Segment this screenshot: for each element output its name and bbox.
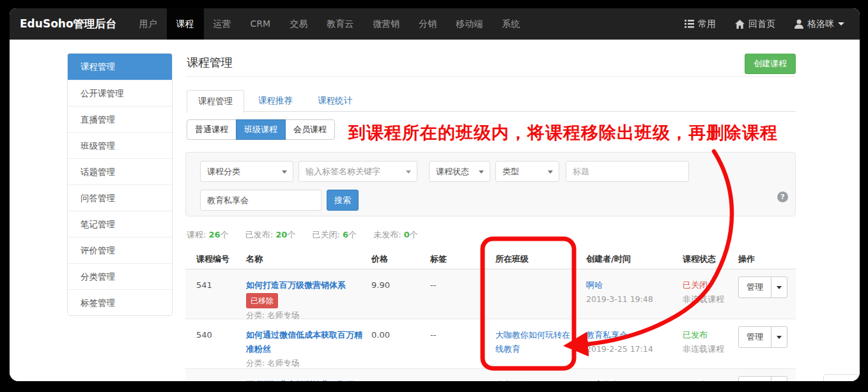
title-input[interactable]: [566, 161, 689, 182]
nav-item-system[interactable]: 系统: [492, 8, 529, 40]
create-time: 2019-2-25 17:14: [586, 344, 653, 354]
nav-item-crm[interactable]: CRM: [241, 8, 281, 40]
sidebar-item-open-course[interactable]: 公开课管理: [68, 80, 172, 106]
tab-course-recommend[interactable]: 课程推荐: [247, 90, 304, 112]
cell-classroom: 大咖教你如何玩转在线教育: [495, 319, 571, 356]
cell-course-id: 539: [196, 369, 212, 381]
floating-widget[interactable]: [823, 374, 860, 381]
help-icon[interactable]: ?: [777, 192, 788, 202]
cell-tags: --: [430, 319, 436, 342]
type-button-classroom[interactable]: 班级课程: [236, 119, 286, 140]
manage-button-label[interactable]: 管理: [739, 377, 771, 381]
category-select[interactable]: 课程分类: [200, 161, 293, 182]
nav-item-users[interactable]: 用户: [130, 8, 167, 40]
manage-split-button[interactable]: 管理: [738, 376, 787, 381]
course-category: 分类: 名师专场: [246, 310, 299, 320]
nav-item-courses[interactable]: 课程: [167, 8, 204, 40]
cell-creator-time: 教育私享会 2019-2-25 17:14: [586, 319, 676, 356]
course-name-link[interactable]: 互联网运营实操训练营三期课: [246, 380, 354, 381]
nav-item-operations[interactable]: 运营: [204, 8, 241, 40]
keyword-input[interactable]: [200, 190, 322, 211]
cell-action: 管理: [738, 319, 796, 348]
stat-closed: 已关闭: 6个: [313, 230, 357, 239]
header-action: 操作: [738, 249, 796, 269]
caret-down-icon: [777, 336, 782, 339]
brand-logo[interactable]: EduSoho管理后台: [10, 8, 125, 40]
user-icon: [794, 19, 803, 29]
classroom-link[interactable]: 大咖教你如何玩转在线教育: [495, 330, 570, 354]
tab-course-management[interactable]: 课程管理: [187, 90, 244, 113]
stat-unpublished: 未发布: 0个: [373, 230, 418, 239]
sidebar-item-tag[interactable]: 标签管理: [68, 289, 172, 315]
cell-course-id: 541: [196, 269, 212, 292]
sidebar-item-category[interactable]: 分类管理: [68, 263, 172, 289]
user-menu[interactable]: 格洛咪: [794, 19, 844, 30]
manage-dropdown-toggle[interactable]: [771, 377, 787, 381]
cell-price: 9.90: [371, 269, 390, 292]
home-link[interactable]: 回首页: [735, 19, 775, 30]
tag-select[interactable]: 输入标签名称关键字: [298, 161, 417, 182]
cell-status: 已关闭 非连载课程: [683, 269, 724, 306]
category-select-value: 课程分类: [207, 167, 240, 176]
nav-menu: 用户 课程 运营 CRM 交易 教育云 微营销 分销 移动端 系统: [130, 8, 530, 40]
manage-split-button[interactable]: 管理: [738, 326, 787, 348]
stat-total: 课程: 26个: [187, 230, 229, 239]
status-text: 已发布: [683, 330, 708, 340]
cell-classroom: [495, 269, 571, 278]
sidebar-item-topic[interactable]: 话题管理: [68, 158, 172, 185]
cell-course-id: 540: [196, 319, 212, 342]
cell-action: 管理: [738, 369, 796, 381]
page-title: 课程管理: [187, 55, 233, 70]
search-button[interactable]: 搜索: [327, 190, 359, 211]
create-course-button[interactable]: 创建课程: [745, 54, 796, 74]
nav-item-distribution[interactable]: 分销: [409, 8, 446, 40]
tab-bar: 课程管理 课程推荐 课程统计: [187, 89, 796, 112]
creator-link[interactable]: 啊哈: [586, 280, 603, 290]
course-name-link[interactable]: 如何通过微信低成本获取百万精准粉丝: [246, 330, 362, 354]
sidebar-item-live[interactable]: 直播管理: [68, 106, 172, 132]
nav-item-trade[interactable]: 交易: [280, 8, 317, 40]
sidebar-item-classroom[interactable]: 班级管理: [68, 132, 172, 158]
nav-item-edu-cloud[interactable]: 教育云: [317, 8, 363, 40]
manage-dropdown-toggle[interactable]: [771, 277, 787, 298]
sidebar-item-review[interactable]: 评价管理: [68, 237, 172, 263]
nav-item-micro-marketing[interactable]: 微营销: [363, 8, 409, 40]
home-link-label: 回首页: [748, 19, 775, 30]
cell-creator-time: 啊哈 2019-3-11 19:48: [586, 269, 676, 306]
creator-link[interactable]: 教育私享会: [586, 380, 628, 381]
manage-split-button[interactable]: 管理: [738, 276, 787, 298]
manage-button-label[interactable]: 管理: [739, 277, 771, 298]
creator-link[interactable]: 教育私享会: [586, 330, 628, 340]
table-row: 540 如何通过微信低成本获取百万精准粉丝 分类: 名师专场 0.00 -- 大…: [185, 319, 796, 369]
cell-price: 0.00: [371, 369, 390, 381]
type-button-member[interactable]: 会员课程: [285, 119, 335, 140]
course-stats: 课程: 26个 已发布: 20个 已关闭: 6个 未发布: 0个: [187, 229, 432, 241]
status-select[interactable]: 课程状态: [429, 161, 490, 182]
tab-course-statistics[interactable]: 课程统计: [307, 90, 363, 112]
header-status: 课程状态: [683, 249, 716, 269]
cell-action: 管理: [738, 269, 796, 298]
course-name-link[interactable]: 如何打造百万级微营销体系: [246, 280, 346, 290]
classroom-link[interactable]: 大咖教你如何玩转: [495, 380, 562, 381]
header-name: 名称: [246, 249, 263, 269]
manage-button-label[interactable]: 管理: [739, 327, 771, 347]
status-note: 非连载课程: [683, 294, 724, 304]
select-caret-icon: [282, 170, 287, 174]
header-tags: 标签: [430, 249, 447, 269]
sidebar: 课程管理 公开课管理 直播管理 班级管理 话题管理 问答管理 笔记管理 评价管理…: [67, 53, 173, 316]
cell-status: 已发布 非连载课程: [683, 319, 724, 356]
removed-badge: 已移除: [246, 293, 278, 308]
cell-classroom: 大咖教你如何玩转: [495, 369, 571, 381]
sidebar-item-course-management[interactable]: 课程管理: [68, 54, 172, 80]
sidebar-item-note[interactable]: 笔记管理: [68, 211, 172, 237]
status-note: 非连载课程: [683, 344, 724, 354]
common-menu-link[interactable]: 常用: [685, 19, 716, 30]
type-button-normal[interactable]: 普通课程: [187, 119, 236, 140]
nav-item-mobile[interactable]: 移动端: [446, 8, 492, 40]
status-select-value: 课程状态: [436, 167, 469, 176]
table-header: 课程编号 名称 价格 标签 所在班级 创建者/时间 课程状态 操作: [185, 249, 796, 269]
main-content: 课程管理 创建课程 课程管理 课程推荐 课程统计 普通课程 班级课程 会员课程 …: [185, 40, 796, 381]
sidebar-item-qa[interactable]: 问答管理: [68, 185, 172, 211]
type-select[interactable]: 类型: [495, 161, 559, 182]
manage-dropdown-toggle[interactable]: [771, 327, 787, 347]
